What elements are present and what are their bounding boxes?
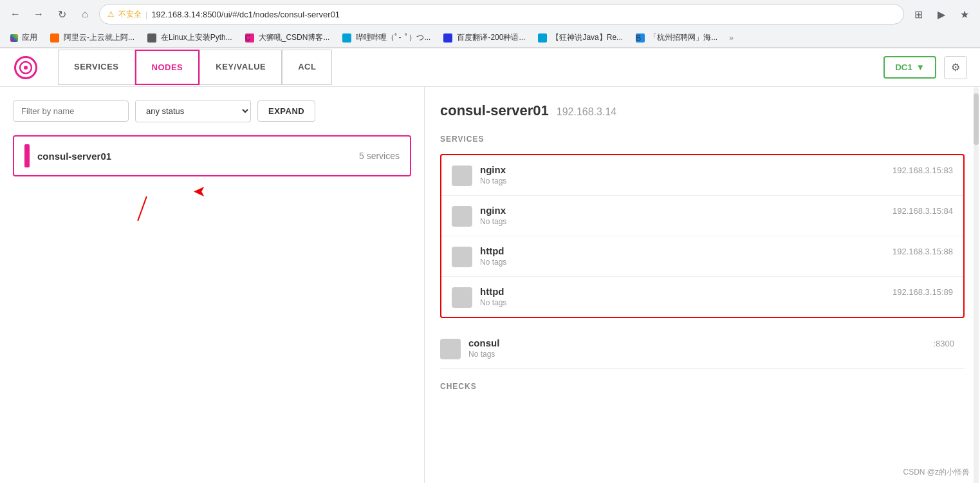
bookmark-apps-label: 应用 — [22, 32, 37, 43]
right-panel: consul-server01 192.168.3.14 SERVICES ng… — [425, 87, 980, 483]
service-row-nginx-2[interactable]: nginx No tags 192.168.3.15:84 — [441, 196, 963, 236]
node-list-item[interactable]: consul-server01 5 services — [13, 135, 411, 176]
service-row-nginx-1[interactable]: nginx No tags 192.168.3.15:83 — [441, 155, 963, 196]
consul-service-name: consul — [468, 337, 925, 348]
translate-button[interactable]: ⊞ — [909, 5, 927, 23]
checks-section-title: CHECKS — [440, 377, 965, 391]
bookmark-java[interactable]: 【狂神说Java】Re... — [534, 31, 627, 44]
scrollbar-thumb[interactable] — [974, 93, 979, 145]
svg-point-1 — [24, 66, 28, 70]
node-services-count: 5 services — [359, 151, 400, 161]
nav-right: DC1 ▼ ⚙ — [883, 56, 967, 79]
service-status-icon-4 — [452, 287, 472, 308]
dc-dropdown-button[interactable]: DC1 ▼ — [883, 56, 936, 79]
bookmark-bilibili[interactable]: 哔哩哔哩（ﾟ- ﾟ）つ... — [338, 31, 434, 44]
service-name-1: nginx — [480, 164, 885, 175]
bookmark-aliyun[interactable]: 阿里云-上云就上阿... — [46, 31, 138, 44]
service-status-icon-2 — [452, 206, 472, 227]
node-header: consul-server01 192.168.3.14 — [440, 102, 965, 119]
bookmark-apps[interactable]: 应用 — [6, 31, 41, 44]
scrollbar-track — [974, 87, 979, 483]
consul-service-addr: :8300 — [933, 337, 954, 348]
status-filter-select[interactable]: any status passing warning critical — [135, 100, 251, 122]
services-section-title: SERVICES — [440, 135, 965, 146]
settings-icon: ⚙ — [951, 61, 960, 73]
expand-button[interactable]: EXPAND — [257, 100, 315, 122]
consul-service-info: consul No tags — [468, 337, 925, 359]
consul-service-row[interactable]: consul No tags :8300 — [440, 328, 965, 369]
left-panel: any status passing warning critical EXPA… — [0, 87, 425, 483]
main-content: any status passing warning critical EXPA… — [0, 87, 980, 483]
cast-button[interactable]: ▶ — [932, 5, 950, 23]
services-box: nginx No tags 192.168.3.15:83 nginx No t… — [440, 154, 965, 318]
settings-button[interactable]: ⚙ — [944, 56, 967, 79]
service-name-4: httpd — [480, 286, 885, 297]
consul-service-icon — [440, 339, 461, 359]
consul-service-tags: No tags — [468, 350, 925, 359]
service-status-icon-1 — [452, 166, 472, 186]
bookmark-linux-label: 在Linux上安装Pyth... — [161, 32, 232, 43]
forward-button[interactable]: → — [30, 5, 48, 23]
more-bookmarks[interactable]: » — [729, 33, 734, 43]
bookmarks-bar: 应用 阿里云-上云就上阿... 在Linux上安装Pyth... C 大狮吼_C… — [0, 28, 980, 48]
service-info-1: nginx No tags — [480, 164, 885, 185]
tab-acl[interactable]: ACL — [282, 50, 332, 85]
service-row-httpd-2[interactable]: httpd No tags 192.168.3.15:89 — [441, 277, 963, 317]
service-status-icon-3 — [452, 247, 472, 267]
service-info-2: nginx No tags — [480, 205, 885, 226]
annotation-area: ➤ — [13, 176, 411, 228]
app-logo — [13, 55, 39, 80]
service-tags-2: No tags — [480, 217, 885, 226]
bookmark-baidu[interactable]: 百度翻译-200种语... — [439, 31, 529, 44]
back-button[interactable]: ← — [6, 5, 24, 23]
reload-button[interactable]: ↻ — [53, 5, 71, 23]
node-detail-ip: 192.168.3.14 — [557, 106, 616, 118]
bookmark-hangzhou-label: 「杭州招聘网」海... — [649, 32, 717, 43]
browser-chrome: ← → ↻ ⌂ ⚠ 不安全 | 192.168.3.14:8500/ui/#/d… — [0, 0, 980, 48]
chevron-down-icon: ▼ — [916, 62, 925, 72]
bookmark-linux[interactable]: 在Linux上安装Pyth... — [143, 31, 236, 44]
service-row-httpd-1[interactable]: httpd No tags 192.168.3.15:88 — [441, 236, 963, 277]
service-addr-4: 192.168.3.15:89 — [892, 286, 953, 297]
tab-services[interactable]: SERVICES — [58, 50, 135, 85]
app-nav: SERVICES NODES KEY/VALUE ACL DC1 ▼ ⚙ — [0, 48, 980, 87]
node-detail-title: consul-server01 — [440, 102, 549, 119]
service-tags-1: No tags — [480, 176, 885, 185]
watermark: CSDN @z的小怪兽 — [903, 467, 970, 478]
service-info-4: httpd No tags — [480, 286, 885, 307]
service-info-3: httpd No tags — [480, 245, 885, 267]
bookmark-csdn-label: 大狮吼_CSDN博客... — [259, 32, 330, 43]
node-status-indicator — [24, 144, 30, 167]
home-button[interactable]: ⌂ — [76, 5, 94, 23]
service-addr-3: 192.168.3.15:88 — [892, 245, 953, 256]
dc-label: DC1 — [895, 62, 912, 72]
bookmark-hangzhou[interactable]: B 「杭州招聘网」海... — [632, 31, 721, 44]
tab-keyvalue[interactable]: KEY/VALUE — [199, 50, 282, 85]
bookmark-baidu-label: 百度翻译-200种语... — [457, 32, 525, 43]
nav-tabs: SERVICES NODES KEY/VALUE ACL — [58, 50, 883, 85]
service-tags-4: No tags — [480, 298, 885, 307]
bookmark-bilibili-label: 哔哩哔哩（ﾟ- ﾟ）つ... — [356, 32, 430, 43]
bookmark-csdn[interactable]: C 大狮吼_CSDN博客... — [241, 31, 334, 44]
tab-nodes[interactable]: NODES — [135, 50, 200, 85]
service-name-3: httpd — [480, 245, 885, 256]
bookmark-button[interactable]: ★ — [956, 5, 974, 23]
bookmark-aliyun-label: 阿里云-上云就上阿... — [64, 32, 134, 43]
service-name-2: nginx — [480, 205, 885, 216]
url-text: 192.168.3.14:8500/ui/#/dc1/nodes/consul-… — [151, 10, 340, 19]
service-addr-1: 192.168.3.15:83 — [892, 164, 953, 175]
browser-toolbar: ← → ↻ ⌂ ⚠ 不安全 | 192.168.3.14:8500/ui/#/d… — [0, 0, 980, 28]
service-tags-3: No tags — [480, 258, 885, 267]
filter-row: any status passing warning critical EXPA… — [13, 100, 411, 122]
service-addr-2: 192.168.3.15:84 — [892, 205, 953, 216]
security-text: 不安全 — [118, 9, 142, 20]
filter-name-input[interactable] — [13, 100, 129, 122]
node-name-label: consul-server01 — [37, 151, 359, 162]
consul-logo — [14, 56, 37, 79]
bookmark-java-label: 【狂神说Java】Re... — [551, 32, 623, 43]
security-warning-icon: ⚠ — [107, 10, 115, 19]
address-bar[interactable]: ⚠ 不安全 | 192.168.3.14:8500/ui/#/dc1/nodes… — [99, 4, 904, 24]
